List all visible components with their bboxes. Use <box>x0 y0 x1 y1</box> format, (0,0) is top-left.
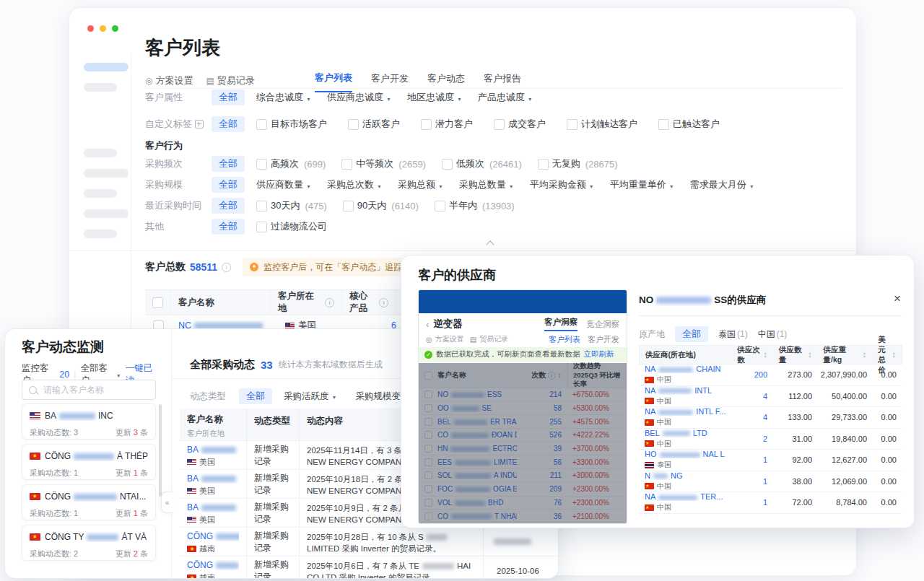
filter-all-pill[interactable]: 全部 <box>212 177 245 193</box>
supply-times[interactable]: 4 <box>731 392 773 401</box>
col-supply-qty[interactable]: 供应数量 <box>773 345 818 365</box>
supplier-name-link[interactable]: NNG <box>645 471 725 480</box>
supplier-row[interactable]: NAINTL 中国 4 112.00 50,400.00 0.00 <box>639 386 902 408</box>
sort-icon[interactable] <box>808 351 811 358</box>
collapse-sidebar-handle[interactable]: « <box>161 492 173 513</box>
checkbox-icon[interactable] <box>435 201 445 211</box>
sort-icon[interactable] <box>892 351 896 358</box>
tab-customer-insight[interactable]: 客户洞察 <box>544 317 578 331</box>
filter-checkbox[interactable]: 计划触达客户 <box>567 118 642 131</box>
origin-tab-china[interactable]: 中国(1) <box>758 328 788 341</box>
supplier-row[interactable]: BELLTD 中国 2 31.00 19,840.00 0.00 <box>639 429 902 450</box>
search-input[interactable] <box>42 384 149 396</box>
refresh-now-link[interactable]: 立即刷新 <box>584 349 614 359</box>
sort-icon[interactable] <box>863 351 866 358</box>
tab-customer-report[interactable]: 客户报告 <box>484 72 521 92</box>
filter-dropdown[interactable]: 平均采购金额 <box>530 178 594 191</box>
subtab-customer-development[interactable]: 客户开发 <box>588 334 619 345</box>
filter-dropdown[interactable]: 需求最大月份 <box>690 178 754 191</box>
maximize-window-icon[interactable] <box>112 25 118 32</box>
sidebar-item[interactable] <box>84 169 128 178</box>
scrollbar[interactable] <box>159 404 162 497</box>
supplier-name-link[interactable]: BELLTD <box>645 429 725 437</box>
supplier-row[interactable]: NAINTL F... 中国 4 133.00 29,733.00 0.00 <box>639 407 902 429</box>
customer-name-link[interactable]: CÔNGPHÁ... <box>187 531 239 541</box>
supply-times[interactable]: 1 <box>731 455 773 464</box>
checkbox-icon[interactable] <box>421 119 432 130</box>
supply-times[interactable]: 4 <box>731 413 773 421</box>
collapse-filters-button[interactable] <box>477 239 503 248</box>
sidebar-item[interactable] <box>84 230 117 238</box>
plan-settings-button[interactable]: ◎方案设置 <box>426 334 464 344</box>
close-icon[interactable]: × <box>894 292 901 306</box>
filter-checkbox[interactable]: 无复购(28675) <box>538 157 618 170</box>
supplier-row[interactable]: NACHAIN 中国 200 273.00 2,307,990.00 0.00 <box>639 364 902 386</box>
checkbox-icon[interactable] <box>256 201 267 211</box>
back-icon[interactable]: ‹ <box>426 319 429 330</box>
monitored-customer-card[interactable]: CÔNGNTAI... 采购动态数: 1更新 1 条 <box>22 484 156 520</box>
monitored-customer-card[interactable]: CÔNG TYÁT VÀ ... 采购动态数: 2更新 2 条 <box>22 525 156 561</box>
supply-times[interactable]: 200 <box>731 370 773 379</box>
trade-records-button[interactable]: ▤贸易记录 <box>470 334 508 344</box>
sidebar-item-active[interactable] <box>84 63 128 71</box>
checkbox-icon[interactable] <box>442 159 453 170</box>
close-window-icon[interactable] <box>87 25 94 32</box>
tab-competitor-insight[interactable]: 竞企洞察 <box>586 319 619 330</box>
plan-settings-button[interactable]: ◎方案设置 <box>145 74 193 87</box>
supplier-row[interactable]: NATER... 中国 1 72.00 8,784.00 0.00 <box>639 492 902 514</box>
filter-dropdown[interactable]: 综合忠诚度 <box>256 91 311 104</box>
checkbox-icon[interactable] <box>658 119 669 130</box>
filter-dropdown[interactable]: 采购总数量 <box>459 178 514 191</box>
checkbox-icon[interactable] <box>256 159 267 170</box>
col-customer-name[interactable]: 客户名称 <box>171 290 271 315</box>
minimize-window-icon[interactable] <box>100 25 106 32</box>
feed-row[interactable]: CÔNGPHÁ... 越南 新增采购记录 2025年10月28日，有 10 条从… <box>180 528 558 556</box>
checkbox-icon[interactable] <box>567 119 578 130</box>
filter-checkbox[interactable]: 已触达客户 <box>658 118 725 131</box>
customer-name-link[interactable]: BAINC <box>187 445 239 455</box>
filter-dropdown[interactable]: 采购总次数 <box>327 178 382 191</box>
sort-icon[interactable] <box>763 351 767 358</box>
filter-all-pill[interactable]: 全部 <box>212 219 245 235</box>
filter-all-pill[interactable]: 全部 <box>212 89 245 105</box>
filter-checkbox[interactable]: 半年内(13903) <box>435 199 515 212</box>
supplier-row[interactable]: HONAL L... 泰国 1 92.00 12,627.00 0.00 <box>639 450 902 471</box>
filter-all-pill[interactable]: 全部 <box>239 388 272 404</box>
filter-dropdown[interactable]: 采购活跃度 <box>284 390 336 403</box>
filter-checkbox[interactable]: 90天内(6140) <box>343 199 419 212</box>
filter-checkbox[interactable]: 30天内(475) <box>256 199 327 212</box>
filter-checkbox[interactable]: 活跃客户 <box>348 118 405 131</box>
filter-all-pill[interactable]: 全部 <box>212 116 245 132</box>
supply-times[interactable]: 1 <box>731 477 773 486</box>
customer-search-box[interactable] <box>22 380 156 400</box>
filter-dropdown[interactable]: 供应商忠诚度 <box>327 91 391 104</box>
filter-checkbox[interactable]: 目标市场客户 <box>256 118 332 131</box>
filter-dropdown[interactable]: 供应商数量 <box>256 178 311 191</box>
customer-name-link[interactable]: BAINC <box>187 502 239 512</box>
filter-checkbox[interactable]: 潜力客户 <box>421 118 478 131</box>
select-all-cell[interactable] <box>145 290 171 315</box>
filter-checkbox[interactable]: 低频次(26461) <box>442 157 522 170</box>
info-icon[interactable] <box>222 263 231 272</box>
customer-name-link[interactable]: CÔNGH C... <box>187 560 239 570</box>
col-supply-weight[interactable]: 供应重量/kg <box>818 345 873 365</box>
origin-tab-all[interactable]: 全部 <box>675 326 708 342</box>
filter-dropdown[interactable]: 地区忠诚度 <box>407 91 462 104</box>
supplier-name-link[interactable]: NATER... <box>645 492 725 501</box>
checkbox-icon[interactable] <box>494 119 505 130</box>
supply-times[interactable]: 1 <box>731 498 773 507</box>
filter-dropdown[interactable]: 平均重量单价 <box>610 178 674 191</box>
window-controls[interactable] <box>87 25 124 32</box>
checkbox-icon[interactable] <box>152 297 163 308</box>
sidebar-item[interactable] <box>84 209 128 218</box>
checkbox-icon[interactable] <box>348 119 359 130</box>
tab-customer-activity[interactable]: 客户动态 <box>427 72 465 92</box>
col-core-products[interactable]: 核心产品 <box>342 290 396 315</box>
supplier-name-link[interactable]: HONAL L... <box>645 450 725 458</box>
feed-row[interactable]: CÔNGH C... 越南 新增采购记录 2025年10月6日，有 7 条从 T… <box>180 556 558 579</box>
filter-dropdown[interactable]: 产品忠诚度 <box>478 91 533 104</box>
origin-tab-thailand[interactable]: 泰国(1) <box>718 328 748 341</box>
checkbox-icon[interactable] <box>256 222 267 232</box>
filter-checkbox[interactable]: 过滤物流公司 <box>256 220 332 233</box>
col-supply-times[interactable]: 供应次数 <box>731 345 773 365</box>
